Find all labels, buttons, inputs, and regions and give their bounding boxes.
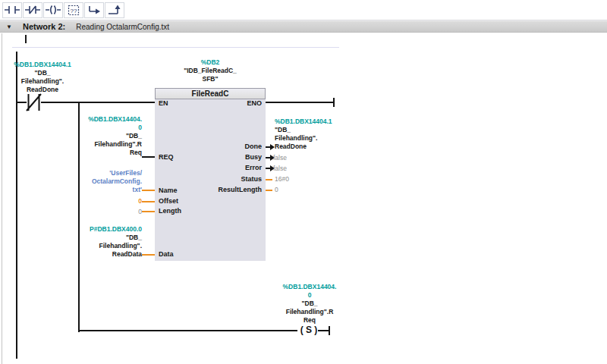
result-length-port-label: ResultLength bbox=[190, 185, 262, 194]
status-operand[interactable]: 16#0 bbox=[275, 175, 289, 184]
instance-db-address[interactable]: %DB2 bbox=[155, 58, 266, 67]
data-stub-wire bbox=[142, 254, 156, 256]
operand-address[interactable]: 0 bbox=[46, 124, 142, 132]
branch-end-tick bbox=[329, 326, 330, 335]
name-operand[interactable]: 'UserFiles/ OctalarmConfig. txt' bbox=[46, 169, 142, 194]
done-port-label: Done bbox=[197, 142, 262, 151]
lad-toolbar: ?? bbox=[0, 0, 607, 20]
busy-operand[interactable]: false bbox=[273, 154, 287, 162]
name-port-label: Name bbox=[159, 186, 178, 195]
operand-name-line[interactable]: Filehandling". bbox=[5, 77, 80, 86]
result-length-operand[interactable]: 0 bbox=[275, 186, 278, 194]
offset-stub-wire bbox=[142, 201, 156, 202]
data-operand[interactable]: P#DB1.DBX400.0 "DB_ Filehandling". ReadD… bbox=[46, 225, 142, 259]
operand-name-line[interactable]: Filehandling". bbox=[46, 242, 142, 250]
eno-wire bbox=[265, 102, 334, 103]
operand-name-line[interactable]: Req bbox=[264, 316, 355, 325]
length-port-label: Length bbox=[159, 206, 181, 215]
operand-address[interactable]: %DB1.DBX14404.1 bbox=[275, 118, 358, 126]
length-operand[interactable]: 0 bbox=[46, 208, 142, 216]
collapse-network-icon[interactable]: ▼ bbox=[6, 24, 17, 30]
coil-icon bbox=[46, 5, 61, 15]
length-stub-wire bbox=[142, 211, 156, 212]
operand-name-line[interactable]: Filehandling". bbox=[275, 134, 358, 143]
data-port-label: Data bbox=[159, 249, 174, 259]
operand-name-line[interactable]: "DB_ bbox=[46, 234, 142, 242]
string-literal-line[interactable]: txt' bbox=[46, 186, 142, 194]
operand-name-line[interactable]: ReadDone bbox=[5, 86, 80, 94]
offset-port-label: Offset bbox=[159, 196, 178, 206]
block-title-bar[interactable]: FileReadC bbox=[155, 88, 266, 99]
instance-db-name-line[interactable]: "IDB_FileReadC_ bbox=[155, 67, 266, 75]
branch-wire-to-coil bbox=[78, 330, 297, 331]
operand-address[interactable]: %DB1.DBX14404.1 bbox=[5, 61, 80, 69]
open-contact-button[interactable] bbox=[2, 2, 22, 18]
network-header[interactable]: ▼ Network 2: Reading OctalarmConfig.txt bbox=[0, 20, 607, 33]
eno-end-tick bbox=[333, 98, 335, 107]
offset-operand[interactable]: 0 bbox=[46, 197, 142, 206]
operand-name-line[interactable]: "DB_ bbox=[46, 132, 142, 140]
power-rail bbox=[16, 52, 17, 359]
operand-address[interactable]: 0 bbox=[264, 291, 355, 300]
wire-contact-to-en bbox=[41, 102, 156, 103]
busy-port-label: Busy bbox=[197, 152, 262, 162]
closed-contact-button[interactable] bbox=[23, 2, 42, 18]
operand-name-line[interactable]: Req bbox=[46, 149, 142, 157]
done-operand[interactable]: %DB1.DBX14404.1 "DB_ Filehandling". Read… bbox=[275, 118, 358, 151]
string-literal-line[interactable]: 'UserFiles/ bbox=[46, 169, 142, 177]
open-branch-button[interactable] bbox=[84, 2, 104, 18]
operand-address[interactable]: P#DB1.DBX400.0 bbox=[46, 225, 142, 234]
status-port-label: Status bbox=[197, 174, 262, 184]
nc-contact-symbol[interactable] bbox=[26, 93, 42, 111]
contact-operand[interactable]: %DB1.DBX14404.1 "DB_ Filehandling". Read… bbox=[5, 61, 80, 94]
instance-db-operand[interactable]: %DB2 "IDB_FileReadC_ SFB" bbox=[155, 58, 266, 83]
string-literal-line[interactable]: OctalarmConfig. bbox=[46, 177, 142, 186]
closed-contact-icon bbox=[25, 5, 40, 15]
eno-port-label: ENO bbox=[228, 99, 262, 108]
req-operand[interactable]: %DB1.DBX14404. 0 "DB_ Filehandling".R Re… bbox=[46, 115, 142, 157]
instance-db-name-line[interactable]: SFB" bbox=[155, 75, 266, 83]
en-port-label: EN bbox=[159, 99, 168, 108]
empty-box-icon: ?? bbox=[66, 5, 81, 16]
open-branch-icon bbox=[86, 5, 102, 15]
empty-box-glyph: ?? bbox=[71, 7, 77, 14]
comment-text-cursor[interactable] bbox=[25, 35, 27, 43]
operand-name-line[interactable]: "DB_ bbox=[275, 126, 358, 134]
error-operand[interactable]: false bbox=[273, 165, 287, 173]
req-stub-wire bbox=[142, 156, 156, 158]
network-label: Network 2: bbox=[23, 22, 65, 31]
lad-editor: ?? ▼ Network 2: Reading Octal bbox=[0, 0, 607, 364]
operand-name-line[interactable]: ReadData bbox=[46, 250, 142, 259]
comment-separator-line bbox=[12, 47, 339, 48]
status-stub-wire bbox=[265, 179, 272, 180]
name-stub-wire bbox=[142, 190, 156, 191]
operand-name-line[interactable]: "DB_ bbox=[264, 300, 355, 308]
req-port-label: REQ bbox=[159, 152, 174, 162]
operand-address[interactable]: %DB1.DBX14404. bbox=[46, 115, 142, 124]
set-coil-symbol[interactable]: ( S ) bbox=[296, 325, 322, 335]
coil-button[interactable] bbox=[43, 2, 63, 18]
operand-name-line[interactable]: "DB_ bbox=[5, 69, 80, 77]
operand-name-line[interactable]: Filehandling".R bbox=[46, 140, 142, 149]
operand-name-line[interactable]: ReadDone bbox=[275, 143, 358, 151]
open-contact-icon bbox=[5, 5, 20, 15]
coil-operand[interactable]: %DB1.DBX14404. 0 "DB_ Filehandling".R Re… bbox=[264, 283, 355, 325]
operand-name-line[interactable]: Filehandling".R bbox=[264, 308, 355, 316]
close-branch-button[interactable] bbox=[105, 2, 124, 18]
error-port-label: Error bbox=[197, 163, 262, 172]
operand-address[interactable]: %DB1.DBX14404. bbox=[264, 283, 355, 291]
network-title[interactable]: Reading OctalarmConfig.txt bbox=[76, 23, 169, 31]
empty-box-button[interactable]: ?? bbox=[64, 2, 83, 18]
network-left-margin bbox=[2, 33, 2, 364]
result-length-stub-wire bbox=[265, 190, 272, 191]
close-branch-icon bbox=[107, 5, 122, 15]
